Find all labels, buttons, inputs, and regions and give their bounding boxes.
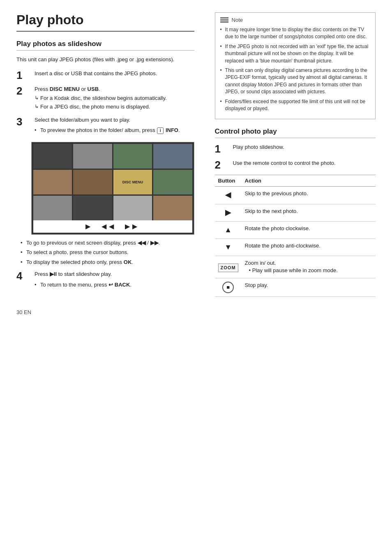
table-header-button: Button: [215, 175, 242, 187]
photo-cell-3: [113, 144, 152, 169]
table-row: ■ Stop play.: [215, 278, 376, 296]
step-3-bullet-1: To preview the photos in the folder/ alb…: [35, 126, 194, 134]
photo-cell-8: [153, 170, 192, 194]
right-column: Note It may require longer time to displ…: [211, 12, 376, 297]
photo-cell-9: [33, 196, 72, 220]
step-1: 1 Insert a disc or USB that contains the…: [16, 69, 194, 81]
grid-controls: ▶ ◀◀ ▶▶: [33, 220, 192, 233]
intro-text: This unit can play JPEG photos (files wi…: [16, 56, 194, 64]
grid-bullet-1: To go to previous or next screen display…: [21, 239, 194, 247]
btn-up: ▲: [215, 221, 242, 238]
info-icon: i: [157, 127, 164, 134]
grid-bullet-list: To go to previous or next screen display…: [21, 239, 194, 266]
step-4-bullet-1: To return to the menu, press ↩ BACK.: [35, 281, 194, 289]
photo-grid: DISC MENU: [33, 144, 192, 220]
btn-zoom: ZOOM: [215, 256, 242, 278]
table-header-action: Action: [242, 175, 376, 187]
control-step-1: 1 Play photo slideshow.: [215, 143, 376, 155]
action-prev: Skip to the previous photo.: [242, 187, 376, 204]
table-row: ▼ Rotate the photo anti-clockwise.: [215, 239, 376, 256]
control-step-1-content: Play photo slideshow.: [233, 143, 376, 151]
control-table: Button Action ◀ Skip to the previous pho…: [215, 175, 376, 296]
note-bullets: It may require longer time to display th…: [220, 26, 370, 112]
step-2-subitems: For a Kodak disc, the slideshow begins a…: [35, 94, 194, 111]
note-label: Note: [232, 17, 243, 23]
slideshow-section-title: Play photos as slideshow: [16, 40, 194, 51]
photo-grid-container: DISC MENU ▶ ◀◀ ▶▶: [31, 142, 194, 235]
step-2-number: 2: [16, 85, 31, 97]
photo-cell-1: [33, 144, 72, 169]
action-next: Skip to the next photo.: [242, 204, 376, 221]
photo-cell-2: [73, 144, 112, 169]
footer-text: 30 EN: [16, 309, 31, 315]
photo-cell-10: [73, 196, 112, 220]
step-4-bullets: To return to the menu, press ↩ BACK.: [35, 281, 194, 289]
table-row: ZOOM Zoom in/ out. • Play will pause whi…: [215, 256, 376, 278]
left-column: Play photo Play photos as slideshow This…: [16, 12, 198, 297]
action-down: Rotate the photo anti-clockwise.: [242, 239, 376, 256]
control-step-2: 2 Use the remote control to control the …: [215, 159, 376, 171]
btn-stop: ■: [215, 278, 242, 296]
photo-cell-6: [73, 170, 112, 194]
btn-prev: ◀: [215, 187, 242, 204]
action-up: Rotate the photo clockwise.: [242, 221, 376, 238]
control-step-2-number: 2: [215, 159, 230, 171]
table-row: ▶ Skip to the next photo.: [215, 204, 376, 221]
btn-next: ▶: [215, 204, 242, 221]
note-item-3: This unit can only display digital camer…: [220, 67, 370, 96]
step-2-content: Press DISC MENU or USB. For a Kodak disc…: [35, 85, 194, 112]
photo-cell-7: DISC MENU: [113, 170, 152, 194]
step-4-content: Press ▶II to start slideshow play. To re…: [35, 270, 194, 290]
photo-cell-12: [153, 196, 192, 220]
note-item-4: Folders/files exceed the supported file …: [220, 98, 370, 113]
grid-bullet-2: To select a photo, press the cursor butt…: [21, 248, 194, 257]
stop-button-icon: ■: [222, 282, 234, 293]
table-row: ◀ Skip to the previous photo.: [215, 187, 376, 204]
step-1-number: 1: [16, 69, 31, 81]
action-zoom: Zoom in/ out. • Play will pause while in…: [242, 256, 376, 278]
step-3: 3 Select the folder/album you want to pl…: [16, 116, 194, 136]
control-step-2-content: Use the remote control to control the ph…: [233, 159, 376, 167]
note-item-1: It may require longer time to display th…: [220, 26, 370, 41]
step-2: 2 Press DISC MENU or USB. For a Kodak di…: [16, 85, 194, 112]
step-4: 4 Press ▶II to start slideshow play. To …: [16, 270, 194, 290]
table-row: ▲ Rotate the photo clockwise.: [215, 221, 376, 238]
control-step-1-number: 1: [215, 143, 230, 155]
step-2-sub-2: For a JPEG disc, the photo menu is displ…: [35, 103, 194, 111]
step-2-sub-1: For a Kodak disc, the slideshow begins a…: [35, 94, 194, 102]
step-3-bullets: To preview the photos in the folder/ alb…: [35, 126, 194, 134]
step-1-content: Insert a disc or USB that contains the J…: [35, 69, 194, 78]
btn-down: ▼: [215, 239, 242, 256]
page-title: Play photo: [16, 12, 194, 32]
note-lines-icon: [220, 17, 228, 23]
photo-cell-4: [153, 144, 192, 169]
step-3-number: 3: [16, 116, 31, 128]
note-header: Note: [220, 17, 370, 23]
photo-cell-11: [113, 196, 152, 220]
photo-cell-5: [33, 170, 72, 194]
note-item-2: If the JPEG photo is not recorded with a…: [220, 43, 370, 65]
step-3-content: Select the folder/album you want to play…: [35, 116, 194, 136]
zoom-button-label: ZOOM: [218, 264, 238, 272]
control-section-title: Control photo play: [215, 127, 376, 138]
step-4-number: 4: [16, 270, 31, 282]
grid-bullet-3: To display the selected photo only, pres…: [21, 258, 194, 266]
note-box: Note It may require longer time to displ…: [215, 12, 376, 119]
page-footer: 30 EN: [16, 309, 376, 315]
action-stop: Stop play.: [242, 278, 376, 296]
